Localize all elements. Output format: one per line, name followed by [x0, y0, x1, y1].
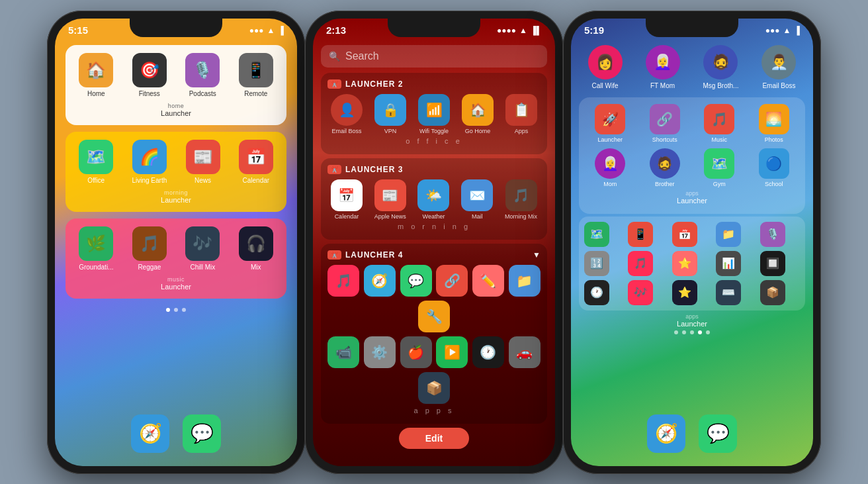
app-clock-l4[interactable]: 🕐 [472, 336, 504, 368]
app-uber-l4[interactable]: 🚗 [509, 336, 541, 368]
app-calendar[interactable]: 📅 Calendar [239, 140, 273, 184]
dock-messages[interactable]: 💬 [183, 414, 221, 453]
app-music-p3[interactable]: 🎵 Music [695, 104, 744, 143]
app-podcasts[interactable]: 🎙️ Podcasts [185, 53, 220, 97]
app-brother-p3[interactable]: 🧔 Brother [640, 148, 690, 187]
p3-dock-messages[interactable]: 💬 [699, 414, 737, 453]
email-boss-avatar: 👨‍💼 [761, 45, 796, 79]
app-yellow-l4[interactable]: 🔧 [418, 301, 450, 332]
battery-icon: ▐▌ [531, 26, 542, 35]
app-fitness-label: Fitness [139, 90, 160, 97]
small-clock[interactable]: 🕐 [584, 280, 609, 305]
contact-ft-mom[interactable]: 👩‍🦳 FT Mom [646, 45, 680, 89]
gym-p3-icon: 🗺️ [704, 148, 734, 179]
small-calc[interactable]: 🔢 [584, 251, 609, 276]
contact-call-wife[interactable]: 👩 Call Wife [588, 45, 623, 89]
music-l4-icon: 🎵 [327, 265, 359, 297]
search-icon: 🔍 [329, 51, 340, 62]
pen-l4-icon: ✏️ [472, 265, 504, 297]
app-music-l4[interactable]: 🎵 [327, 265, 359, 297]
contact-msg-bro[interactable]: 🧔 Msg Broth... [703, 45, 739, 89]
wifi-icon: ▲ [783, 26, 791, 35]
small-more[interactable]: 🔲 [760, 251, 785, 276]
music-widget-apps: 🌿 Groundati... 🎵 Reggae 🎶 Chill Mix [73, 226, 279, 271]
school-p3-icon: 🔵 [759, 148, 789, 179]
home-footer-label: home [73, 103, 279, 109]
apps-label: Apps [515, 128, 529, 134]
app-play-l4[interactable]: ▶️ [436, 336, 468, 368]
music-p3-label: Music [711, 136, 727, 143]
launcher-label-sub: apps [588, 190, 796, 197]
app-calendar-l3[interactable]: 📅 Calendar [331, 179, 363, 220]
app-go-home[interactable]: 🏠 Go Home [462, 94, 494, 134]
app-mail[interactable]: ✉️ Mail [461, 179, 493, 220]
mom-p3-label: Mom [603, 181, 617, 187]
small-last[interactable]: 📦 [760, 280, 785, 305]
app-news[interactable]: 📰 News [186, 140, 220, 184]
app-office[interactable]: 🗺️ Office [79, 140, 113, 184]
app-home[interactable]: 🏠 Home [79, 53, 113, 97]
small-podcasts[interactable]: 🎙️ [760, 222, 785, 247]
app-files-l4[interactable]: 📁 [509, 265, 541, 297]
email-boss-label: Email Boss [331, 128, 361, 134]
home-widget-apps: 🏠 Home 🎯 Fitness 🎙️ Podcasts 📱 [73, 53, 279, 97]
app-mix[interactable]: 🎧 Mix [239, 226, 273, 271]
app-shortcuts-p3[interactable]: 🔗 Shortcuts [640, 104, 690, 143]
small-tv[interactable]: ⭐ [672, 280, 697, 305]
home-footer-title: Launcher [73, 109, 279, 117]
app-email-boss[interactable]: 👤 Email Boss [331, 94, 363, 134]
brother-p3-label: Brother [655, 181, 675, 187]
app-pen-l4[interactable]: ✏️ [472, 265, 504, 297]
phone1-screen: 5:15 ●●● ▲ ▐ 🏠 Home 🎯 [55, 19, 297, 466]
signal-icon: ●●● [765, 26, 780, 35]
app-apps[interactable]: 📋 Apps [505, 94, 537, 134]
app-launcher-p3[interactable]: 🚀 Launcher [586, 104, 635, 143]
app-more-l4[interactable]: 📦 [418, 372, 450, 404]
morning-mix-icon: 🎵 [505, 179, 537, 211]
phones-container: 5:15 ●●● ▲ ▐ 🏠 Home 🎯 [0, 0, 868, 484]
p3-dock-safari[interactable]: 🧭 [647, 414, 685, 453]
app-wifi-toggle[interactable]: 📶 Wifi Toggle [418, 94, 450, 134]
app-morning-mix[interactable]: 🎵 Morning Mix [505, 179, 537, 220]
app-safari-l4[interactable]: 🧭 [364, 265, 396, 297]
phone2-notch [388, 19, 480, 37]
small-grid[interactable]: 📊 [716, 251, 741, 276]
small-music2[interactable]: 🎵 [628, 251, 653, 276]
app-apple-news[interactable]: 📰 Apple News [374, 179, 406, 220]
app-shortcuts-l4[interactable]: 🔗 [436, 265, 468, 297]
app-vpn[interactable]: 🔒 VPN [374, 94, 406, 134]
small-folder[interactable]: 📁 [716, 222, 741, 247]
app-chill-mix[interactable]: 🎶 Chill Mix [185, 226, 220, 271]
app-facetime-l4[interactable]: 📹 [327, 336, 359, 368]
phone2-status-icons: ●●●● ▲ ▐▌ [497, 26, 542, 35]
app-school-p3[interactable]: 🔵 School [750, 148, 799, 187]
app-news-label: News [195, 177, 211, 184]
app-living-earth[interactable]: 🌈 Living Earth [132, 140, 167, 184]
app-reggae[interactable]: 🎵 Reggae [132, 226, 167, 271]
small-calendar[interactable]: 📅 [672, 222, 697, 247]
launcher-3-header: ✂️ LAUNCHER 3 [327, 165, 541, 174]
small-keyboard[interactable]: ⌨️ [716, 280, 741, 305]
search-bar[interactable]: 🔍 Search [321, 45, 547, 68]
remote-icon: 📱 [239, 53, 273, 87]
app-fitness[interactable]: 🎯 Fitness [132, 53, 167, 97]
small-itunes[interactable]: 🎶 [628, 280, 653, 305]
app-remote[interactable]: 📱 Remote [239, 53, 273, 97]
app-weather[interactable]: 🌤️ Weather [417, 179, 449, 220]
app-mom-p3[interactable]: 👩‍🦳 Mom [586, 148, 635, 187]
app-gym-p3[interactable]: 🗺️ Gym [695, 148, 744, 187]
app-photos-p3[interactable]: 🌅 Photos [750, 104, 799, 143]
small-maps[interactable]: 🗺️ [584, 222, 609, 247]
dock-safari[interactable]: 🧭 [131, 414, 169, 453]
calendar-l3-label: Calendar [335, 213, 359, 220]
launcher-apps-grid: 🚀 Launcher 🔗 Shortcuts 🎵 Music 🌅 Photos [586, 104, 799, 187]
app-apple-l4[interactable]: 🍎 [400, 336, 432, 368]
contact-email-boss[interactable]: 👨‍💼 Email Boss [761, 45, 796, 89]
edit-button[interactable]: Edit [399, 428, 469, 449]
app-gray-l4[interactable]: ⚙️ [364, 336, 396, 368]
app-groundation[interactable]: 🌿 Groundati... [79, 226, 113, 271]
app-messages-l4[interactable]: 💬 [400, 265, 432, 297]
small-app1[interactable]: 📱 [628, 222, 653, 247]
small-star[interactable]: ⭐ [672, 251, 697, 276]
launcher-label-section: apps Launcher [586, 187, 799, 207]
